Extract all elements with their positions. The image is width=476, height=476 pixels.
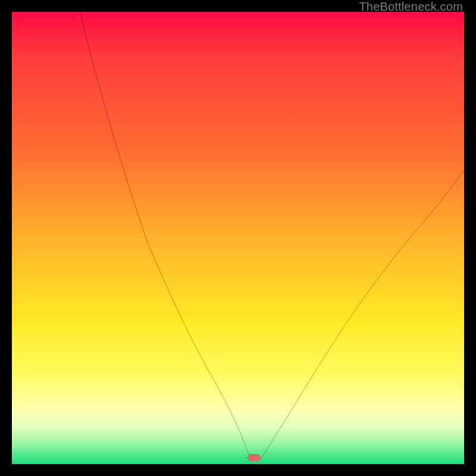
watermark-text: TheBottleneck.com <box>359 0 463 14</box>
plot-area <box>12 12 464 464</box>
curve-left-branch <box>80 12 252 459</box>
bottleneck-curve <box>12 12 464 464</box>
chart-frame: TheBottleneck.com <box>0 0 476 476</box>
bottleneck-marker <box>248 454 261 461</box>
curve-right-branch <box>261 170 464 459</box>
